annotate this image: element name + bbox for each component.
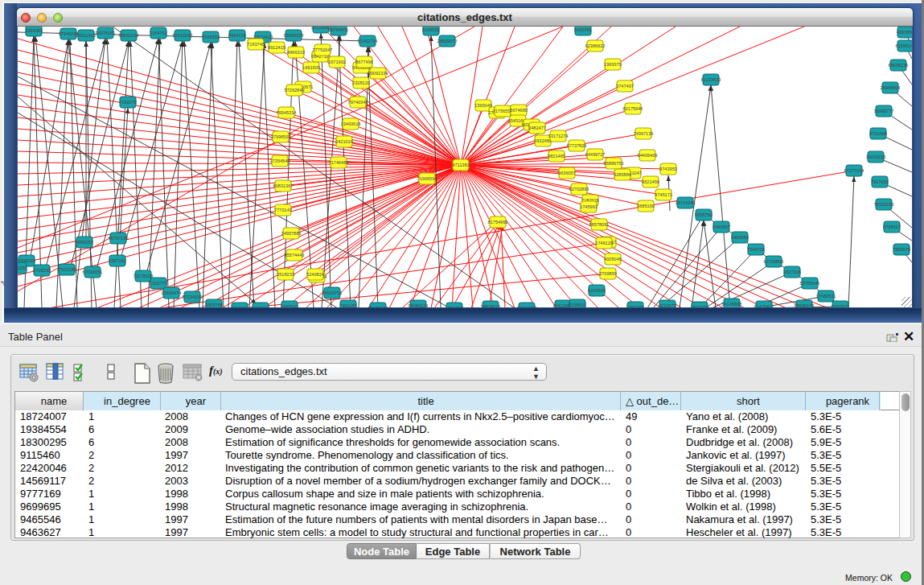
svg-text:3518233: 3518233 xyxy=(277,272,294,277)
svg-text:23511615: 23511615 xyxy=(76,33,96,38)
svg-text:28809570: 28809570 xyxy=(437,39,458,43)
svg-text:87277434: 87277434 xyxy=(844,168,864,173)
svg-text:1969379: 1969379 xyxy=(604,62,622,67)
svg-text:65648236: 65648236 xyxy=(889,63,909,68)
svg-text:2260256: 2260256 xyxy=(626,305,644,307)
svg-text:3164752: 3164752 xyxy=(150,31,167,35)
svg-text:0812191: 0812191 xyxy=(231,306,248,307)
svg-text:4005045: 4005045 xyxy=(604,257,622,262)
svg-text:67010651: 67010651 xyxy=(83,270,103,274)
svg-text:34957885: 34957885 xyxy=(281,231,302,236)
svg-text:5674680: 5674680 xyxy=(510,108,528,113)
svg-text:7889579: 7889579 xyxy=(893,247,910,252)
svg-text:7193745: 7193745 xyxy=(247,42,265,47)
svg-text:8708317: 8708317 xyxy=(883,225,901,229)
svg-text:94078161: 94078161 xyxy=(96,31,116,35)
svg-text:34874016: 34874016 xyxy=(481,304,501,307)
svg-text:36995777: 36995777 xyxy=(874,109,894,113)
svg-text:67737826: 67737826 xyxy=(567,143,587,148)
svg-text:9521456: 9521456 xyxy=(642,179,659,184)
svg-text:3747407: 3747407 xyxy=(616,84,634,89)
svg-text:81223623: 81223623 xyxy=(701,77,721,82)
svg-text:1326773: 1326773 xyxy=(150,281,167,286)
svg-text:1031051: 1031051 xyxy=(18,266,27,270)
svg-text:74367136: 74367136 xyxy=(634,131,654,136)
svg-text:53755646: 53755646 xyxy=(800,281,820,286)
svg-text:13171274: 13171274 xyxy=(548,134,569,138)
svg-text:55886753: 55886753 xyxy=(604,161,624,166)
svg-text:1491905: 1491905 xyxy=(302,65,320,70)
svg-text:4711382: 4711382 xyxy=(452,163,469,167)
svg-text:13433200: 13433200 xyxy=(866,154,886,159)
svg-text:1745961: 1745961 xyxy=(580,204,598,209)
svg-text:4966319: 4966319 xyxy=(287,50,305,55)
svg-text:69784801: 69784801 xyxy=(329,27,349,32)
svg-text:17080531: 17080531 xyxy=(816,294,836,299)
svg-text:37631165: 37631165 xyxy=(57,267,76,272)
svg-text:1671902: 1671902 xyxy=(328,60,346,64)
svg-text:7770143: 7770143 xyxy=(274,208,292,212)
svg-text:29946804: 29946804 xyxy=(881,85,901,90)
svg-text:3709859: 3709859 xyxy=(599,271,617,276)
svg-text:0330923: 0330923 xyxy=(832,304,849,307)
svg-text:76320163: 76320163 xyxy=(874,202,894,207)
svg-text:6998543: 6998543 xyxy=(281,304,298,307)
svg-text:5009788: 5009788 xyxy=(205,303,223,307)
svg-text:7543303: 7543303 xyxy=(691,305,708,307)
svg-text:8721489: 8721489 xyxy=(869,131,887,136)
svg-text:57262849: 57262849 xyxy=(285,88,305,93)
svg-text:4216073: 4216073 xyxy=(659,303,676,307)
svg-text:96965328: 96965328 xyxy=(284,33,304,38)
svg-text:34624751: 34624751 xyxy=(322,290,343,295)
svg-text:6193990: 6193990 xyxy=(252,306,269,307)
svg-text:8677496: 8677496 xyxy=(355,60,373,64)
svg-text:61595148: 61595148 xyxy=(896,43,912,48)
svg-text:9912419: 9912419 xyxy=(268,45,285,50)
svg-text:3482477: 3482477 xyxy=(528,126,546,130)
svg-text:3387262: 3387262 xyxy=(109,258,126,263)
svg-text:51462704: 51462704 xyxy=(358,39,378,43)
svg-text:3285884: 3285884 xyxy=(614,172,631,177)
svg-text:0932480: 0932480 xyxy=(534,138,552,143)
svg-text:1399049: 1399049 xyxy=(474,103,492,108)
svg-text:5430391: 5430391 xyxy=(574,27,592,32)
svg-text:7648350: 7648350 xyxy=(202,35,220,39)
svg-text:3158692: 3158692 xyxy=(569,303,586,307)
svg-text:71746488: 71746488 xyxy=(329,160,349,165)
svg-text:4896383: 4896383 xyxy=(76,240,93,245)
svg-text:1627204: 1627204 xyxy=(783,270,801,274)
svg-text:62386922: 62386922 xyxy=(585,43,606,48)
svg-text:55698169: 55698169 xyxy=(795,303,815,307)
svg-text:6204505: 6204505 xyxy=(588,288,606,293)
svg-text:13493618: 13493618 xyxy=(341,122,361,126)
svg-text:54145868: 54145868 xyxy=(722,302,742,307)
svg-text:87234309: 87234309 xyxy=(183,295,203,299)
svg-text:86578091: 86578091 xyxy=(589,222,610,227)
svg-text:7991183: 7991183 xyxy=(339,303,356,307)
svg-text:01429401: 01429401 xyxy=(754,304,774,307)
svg-text:71906594: 71906594 xyxy=(417,176,437,181)
svg-text:4745171: 4745171 xyxy=(655,192,672,197)
svg-text:73178108: 73178108 xyxy=(133,274,154,278)
svg-text:3389083: 3389083 xyxy=(25,28,43,33)
svg-text:82175946: 82175946 xyxy=(623,106,643,111)
svg-text:9636057: 9636057 xyxy=(558,171,576,175)
svg-text:2421024: 2421024 xyxy=(335,139,353,144)
svg-text:7346706: 7346706 xyxy=(747,247,765,252)
svg-text:4738299: 4738299 xyxy=(33,268,51,273)
svg-text:85574443: 85574443 xyxy=(285,253,305,257)
svg-text:3685160: 3685160 xyxy=(637,204,655,208)
svg-text:80831367: 80831367 xyxy=(273,183,294,188)
svg-text:6690967: 6690967 xyxy=(713,225,730,229)
svg-text:1824493: 1824493 xyxy=(446,306,463,307)
svg-text:5466889: 5466889 xyxy=(731,235,749,240)
svg-text:98084124: 98084124 xyxy=(409,303,429,307)
svg-text:00524278: 00524278 xyxy=(517,306,537,307)
svg-text:62729806: 62729806 xyxy=(764,259,784,264)
svg-text:6658760: 6658760 xyxy=(695,212,713,217)
svg-text:99091334: 99091334 xyxy=(368,71,388,76)
svg-text:9743953: 9743953 xyxy=(659,167,677,171)
svg-text:04499727: 04499727 xyxy=(585,152,606,157)
svg-text:5240824: 5240824 xyxy=(306,272,324,277)
svg-text:02606474: 02606474 xyxy=(162,290,182,295)
